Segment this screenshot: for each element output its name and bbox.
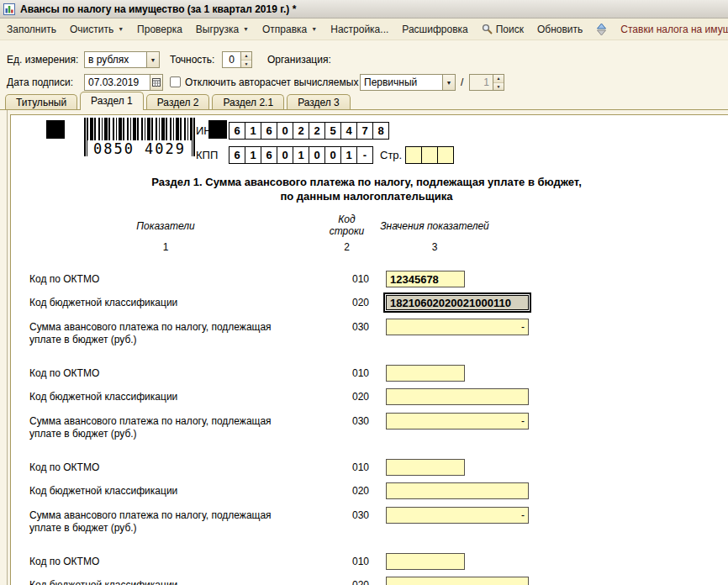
kpp-cell[interactable]: 0 xyxy=(324,146,341,164)
calendar-icon[interactable] xyxy=(150,75,162,90)
oktmo-field[interactable] xyxy=(386,459,465,476)
correction-number-spinner[interactable]: 1 ▲▼ xyxy=(469,74,504,91)
kbk-row-label: Код бюджетной классификации xyxy=(29,579,332,585)
oktmo-row-code: 010 xyxy=(352,461,386,473)
title-bar: Авансы по налогу на имущество (за 1 квар… xyxy=(0,0,728,18)
organization-label: Организация: xyxy=(267,51,331,68)
section-title-line1: Раздел 1. Сумма авансового платежа по на… xyxy=(11,176,722,188)
inn-cell[interactable]: 1 xyxy=(245,122,261,140)
unit-combobox[interactable]: в рублях ▼ xyxy=(84,51,160,68)
kbk-field[interactable] xyxy=(386,577,529,585)
kbk-field[interactable] xyxy=(386,482,529,499)
oktmo-field[interactable] xyxy=(386,553,465,570)
inn-cell[interactable]: 0 xyxy=(277,122,293,140)
precision-label: Точность: xyxy=(170,51,214,68)
fill-button[interactable]: Заполнить xyxy=(2,21,61,38)
kpp-cell[interactable]: 0 xyxy=(309,146,325,164)
sum-row-label: Сумма авансового платежа по налогу, подл… xyxy=(29,415,332,440)
anchor-square-left xyxy=(46,120,65,139)
search-icon xyxy=(482,24,493,34)
column-number-1: 1 xyxy=(31,241,300,253)
tab-razdel-1[interactable]: Раздел 1 xyxy=(80,92,144,110)
clear-button[interactable]: Очистить▼ xyxy=(65,21,129,38)
chevron-down-icon[interactable]: ▼ xyxy=(146,52,159,67)
autocalc-checkbox[interactable] xyxy=(170,76,181,87)
kpp-cell[interactable]: 0 xyxy=(277,146,293,164)
inn-label: ИНН xyxy=(196,124,219,137)
tax-rates-button[interactable]: Ставки налога на имущество xyxy=(615,21,728,38)
sort-arrows-icon xyxy=(596,23,607,36)
kpp-cell[interactable]: 1 xyxy=(245,146,261,164)
kpp-cell[interactable]: 6 xyxy=(229,146,245,164)
unit-label: Ед. измерения: xyxy=(7,51,78,68)
precision-spinner[interactable]: 0 ▲▼ xyxy=(222,51,252,68)
autocalc-checkbox-label: Отключить авторасчет вычисляемых ячеек xyxy=(185,74,388,91)
oktmo-row-label: Код по ОКТМО xyxy=(29,461,332,474)
kbk-row-code: 020 xyxy=(352,579,386,585)
oktmo-field[interactable]: 12345678 xyxy=(386,271,465,287)
toolbar: Заполнить Очистить▼ Проверка Выгрузка▼ О… xyxy=(0,18,728,40)
kbk-row-code: 020 xyxy=(352,485,386,497)
page-cell[interactable] xyxy=(421,146,438,164)
spinner-arrows-icon[interactable]: ▲▼ xyxy=(240,52,251,67)
inn-cell[interactable]: 8 xyxy=(372,122,389,140)
sum-field[interactable]: - xyxy=(386,413,529,430)
settings-panel: Ед. измерения: в рублях ▼ Точность: 0 ▲▼… xyxy=(0,40,728,93)
search-button[interactable]: Поиск xyxy=(477,21,529,38)
tab-razdel-3[interactable]: Раздел 3 xyxy=(287,94,351,110)
sum-row-code: 030 xyxy=(352,509,386,521)
kbk-field[interactable] xyxy=(386,388,529,405)
column-header-indicators: Показатели xyxy=(31,220,300,232)
check-button[interactable]: Проверка xyxy=(132,21,187,38)
inn-cell[interactable]: 4 xyxy=(340,122,357,140)
spinner-arrows-icon[interactable]: ▲▼ xyxy=(493,75,504,90)
inn-cell[interactable]: 7 xyxy=(356,122,373,140)
send-button[interactable]: Отправка▼ xyxy=(257,21,322,38)
barcode-digits: 0850 4029 xyxy=(87,140,192,156)
correction-type-combobox[interactable]: Первичный ▼ xyxy=(360,74,456,91)
inn-cell[interactable]: 2 xyxy=(293,122,309,140)
kbk-field-focused[interactable]: 18210602020021000110 xyxy=(383,292,531,313)
sign-date-label: Дата подписи: xyxy=(7,74,73,91)
kpp-cells: 6 1 6 0 1 0 0 1 - xyxy=(229,146,373,164)
tab-razdel-2[interactable]: Раздел 2 xyxy=(146,94,210,110)
sum-field[interactable]: - xyxy=(386,507,529,524)
page-cell[interactable] xyxy=(405,146,422,164)
tab-titulny[interactable]: Титульный xyxy=(5,94,77,110)
export-button[interactable]: Выгрузка▼ xyxy=(191,21,254,38)
oktmo-row-code: 010 xyxy=(352,556,386,567)
tab-razdel-2-1[interactable]: Раздел 2.1 xyxy=(212,94,284,110)
sum-row-label: Сумма авансового платежа по налогу, подл… xyxy=(29,509,332,535)
kpp-cell[interactable]: 1 xyxy=(293,146,309,164)
page-cell[interactable] xyxy=(437,146,454,164)
sum-field[interactable]: - xyxy=(386,319,529,335)
sum-row-code: 030 xyxy=(352,415,386,427)
kpp-cell[interactable]: - xyxy=(356,146,373,164)
kbk-row-label: Код бюджетной классификации xyxy=(29,391,332,403)
refresh-button[interactable]: Обновить xyxy=(532,21,588,38)
sum-row-code: 030 xyxy=(352,321,386,333)
dropdown-arrow-icon: ▼ xyxy=(118,26,124,32)
oktmo-row-code: 010 xyxy=(352,367,386,379)
inn-cell[interactable]: 6 xyxy=(261,122,277,140)
barcode xyxy=(84,118,195,143)
kpp-cell[interactable]: 1 xyxy=(340,146,357,164)
inn-cell[interactable]: 2 xyxy=(309,122,325,140)
inn-cells: 6 1 6 0 2 2 5 4 7 8 xyxy=(229,122,389,140)
column-header-values: Значения показателей xyxy=(359,220,510,232)
chevron-down-icon[interactable]: ▼ xyxy=(442,75,455,90)
sum-row-label: Сумма авансового платежа по налогу, подл… xyxy=(29,321,332,346)
slash-separator: / xyxy=(461,74,463,91)
reorder-button[interactable] xyxy=(591,20,612,39)
oktmo-field[interactable] xyxy=(386,365,465,382)
decode-button[interactable]: Расшифровка xyxy=(397,21,472,38)
section-title-line2: по данным налогоплательщика xyxy=(11,190,722,203)
kbk-row-code: 020 xyxy=(352,297,386,308)
report-icon xyxy=(3,3,15,15)
kpp-cell[interactable]: 6 xyxy=(261,146,277,164)
inn-cell[interactable]: 5 xyxy=(324,122,341,140)
settings-button[interactable]: Настройка... xyxy=(325,21,393,38)
inn-cell[interactable]: 6 xyxy=(229,122,245,140)
sign-date-input[interactable]: 07.03.2019 xyxy=(84,74,163,91)
oktmo-row-label: Код по ОКТМО xyxy=(29,367,332,380)
